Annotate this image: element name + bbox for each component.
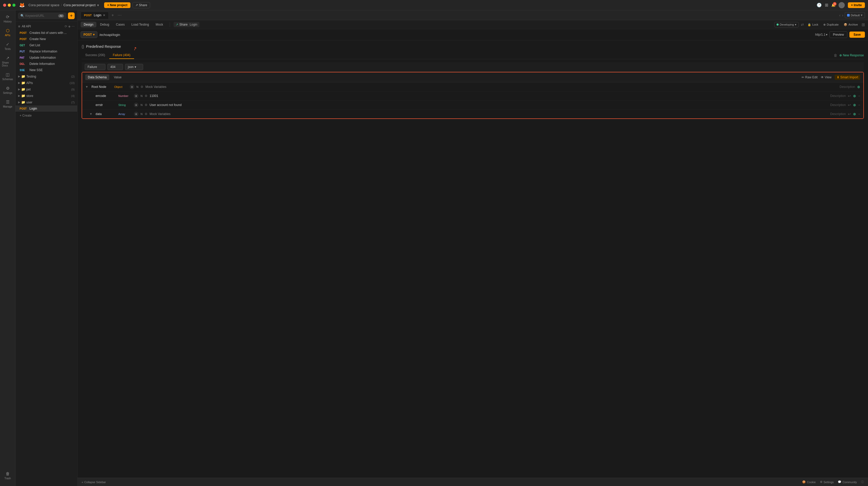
info-icon-data[interactable]: ⚙ [145,112,148,116]
sidebar-item-history[interactable]: ⟳ History [1,12,14,25]
user-avatar[interactable] [839,2,845,8]
api-item-login[interactable]: POST Login [16,106,77,112]
method-badge-put: PUT [20,50,28,53]
lock-action[interactable]: 🔒 Lock [806,22,820,27]
tab-cases[interactable]: Cases [113,22,128,27]
sidebar-item-schemas[interactable]: ◫ Schemas [1,70,14,83]
folder-pet[interactable]: ▶ 📁 pet (9) [16,86,77,92]
url-input[interactable] [99,33,813,37]
api-item-delete-info[interactable]: DEL Delete Information [16,61,77,67]
invite-button[interactable]: + Invite [848,2,865,8]
delete-response-icon[interactable]: 🗑 [834,53,837,57]
sidebar-item-settings[interactable]: ⚙ Settings [1,84,14,96]
folder-chevron-5: ▶ [18,101,20,104]
status-code[interactable]: 404 [107,64,123,70]
protocol-select[interactable]: http/1.1 ▾ [815,33,828,36]
api-item-creates-list[interactable]: POST Creates list of users with ... [16,30,77,36]
environment-selector[interactable]: Developing ▾ [774,22,799,27]
default-dropdown[interactable]: Default ▾ [845,12,865,18]
create-button[interactable]: + Create [16,112,77,119]
duplicate-action[interactable]: ⊕ Duplicate [822,22,840,27]
bottom-info-icon[interactable]: ⓘ [861,480,864,484]
sidebar-item-tests[interactable]: ✓ Tests [1,40,14,53]
sidebar-item-apis[interactable]: ⬡ APIs [1,26,14,39]
sidebar-item-share-docs[interactable]: ↗ Share Docs [1,54,14,69]
collapse-sidebar-btn[interactable]: « Collapse Sidebar [82,481,106,484]
share-tab-item[interactable]: ↗ Share Login [174,22,199,27]
folder-store[interactable]: ▶ 📁 store (4) [16,92,77,99]
grid-icon[interactable]: ⊞ [825,3,828,7]
expand-root-btn[interactable]: ▼ [85,85,89,89]
new-response-button[interactable]: ⊕ New Response [839,54,864,57]
schema-tab-data-schema[interactable]: Data Schema [85,75,109,80]
tab-more-button[interactable]: ⋯ [117,13,123,18]
tab-load-testing[interactable]: Load Testing [128,22,152,27]
raw-edit-action[interactable]: ✏ Raw Edit [802,76,817,79]
expand-data-btn[interactable]: ▼ [89,112,94,116]
minus-data-icon[interactable]: − [858,112,860,116]
check-errcode-icon[interactable]: ⊕ [853,94,856,98]
info-icon-errstr[interactable]: ⚙ [145,103,148,107]
all-api-section[interactable]: ≡ All API ⟳ ◈ ⋯ [16,23,77,30]
tab-add-button[interactable]: + [110,13,115,18]
refresh-errstr-icon[interactable]: ↩ [848,103,851,107]
tab-nav-prev[interactable]: ‹ [839,13,841,17]
folder-user[interactable]: ▶ 📁 user (7) [16,99,77,106]
all-api-filter-icon[interactable]: ◈ [68,25,70,28]
sidebar-item-trash[interactable]: 🗑 Trash [1,469,14,482]
view-action[interactable]: 👁 View [821,76,832,79]
tab-close-icon[interactable]: ✕ [103,13,105,17]
sidebar-add-button[interactable]: + [68,12,75,19]
toolbar-expand-icon[interactable]: ⊞ [862,22,865,27]
toolbar-tabs: Design Debug Cases Load Testing Mock [81,22,166,27]
traffic-light-yellow[interactable] [8,4,11,7]
tab-debug[interactable]: Debug [97,22,112,27]
refresh-errcode-icon[interactable]: ↩ [848,94,851,98]
response-tab-failure[interactable]: Failure (404) ↙ [109,52,134,59]
search-box[interactable]: 🔍 Keyword/URL All [18,13,66,19]
folder-apis[interactable]: ▶ 📁 APIs (10) [16,80,77,86]
share-top-button[interactable]: ↗ Share [132,2,150,8]
all-api-more-icon[interactable]: ⋯ [71,25,75,28]
all-api-refresh-icon[interactable]: ⟳ [65,25,67,28]
api-item-replace-info[interactable]: PUT Replace Information [16,48,77,55]
cookie-action[interactable]: 🍪 Cookie [802,480,815,484]
traffic-light-green[interactable] [12,4,16,7]
community-action[interactable]: 💬 Community [838,480,857,484]
check-data-icon[interactable]: ⊕ [853,112,856,116]
save-button[interactable]: Save [849,32,865,38]
info-icon-root[interactable]: ⚙ [141,85,144,89]
response-tab-success[interactable]: Success (200) [82,52,109,59]
api-item-get-list[interactable]: GET Get List [16,42,77,48]
check-errstr-icon[interactable]: ⊕ [853,103,856,107]
preview-button[interactable]: Preview [830,31,847,38]
smart-import-action[interactable]: ⬇ Smart Import [835,75,860,80]
clock-icon[interactable]: 🕐 [816,3,822,7]
env-chevron: ▾ [795,23,797,26]
tab-nav-next[interactable]: › [842,13,843,17]
add-child-icon[interactable]: ⊕ [857,85,860,89]
schema-tab-value[interactable]: Value [111,75,124,80]
traffic-light-red[interactable] [3,4,6,7]
api-item-new-sse[interactable]: SSE New SSE [16,67,77,73]
tab-design[interactable]: Design [81,22,96,27]
status-label[interactable]: Failure [85,64,105,70]
new-project-button[interactable]: + New project [104,2,130,8]
notification-bell[interactable]: 🔔 3 [831,3,835,7]
refresh-data-icon[interactable]: ↩ [848,112,851,116]
folder-testing[interactable]: ▶ 📁 Testing (2) [16,73,77,80]
api-item-create-new[interactable]: POST Create New [16,36,77,42]
format-select[interactable]: json ▾ [125,64,143,70]
info-icon-errcode[interactable]: ⚙ [145,94,148,98]
tab-mock[interactable]: Mock [153,22,166,27]
minus-errstr-icon[interactable]: − [858,103,860,107]
method-select[interactable]: POST ▾ [81,31,97,38]
minus-errcode-icon[interactable]: − [858,94,860,98]
toolbar-transfer-icon[interactable]: ⇄ [801,23,804,27]
tab-login[interactable]: POST Login ✕ [81,11,109,19]
archive-action[interactable]: 📦 Archive [842,22,860,27]
settings-bottom-action[interactable]: ⚙ Settings [820,480,834,484]
method-badge-del: DEL [20,62,28,65]
sidebar-item-manage[interactable]: ☰ Manage [1,97,14,110]
api-item-update-info[interactable]: PAT Update Information [16,55,77,61]
